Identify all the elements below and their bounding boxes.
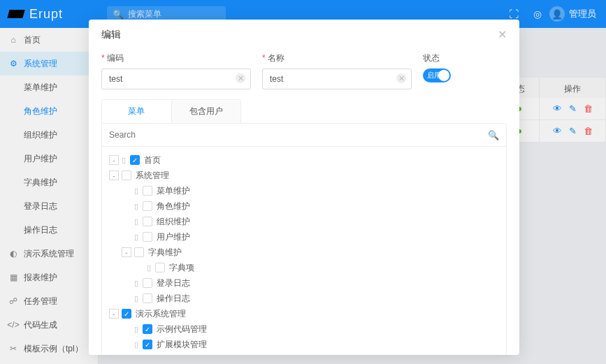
tree-node[interactable]: -▯首页 <box>106 152 502 168</box>
modal-title: 编辑 <box>101 29 121 41</box>
tree-search: 🔍 <box>101 123 507 147</box>
checkbox[interactable] <box>143 340 152 349</box>
file-icon: ▯ <box>134 217 138 226</box>
close-icon[interactable]: ✕ <box>498 28 507 41</box>
tree-node[interactable]: ▯用户维护 <box>106 229 502 245</box>
checkbox[interactable] <box>155 263 165 272</box>
tree-node[interactable]: -字典维护 <box>106 245 502 260</box>
collapse-icon[interactable]: - <box>109 170 119 180</box>
file-icon: ▯ <box>134 294 138 303</box>
tree-node[interactable]: ▯角色维护 <box>106 198 502 214</box>
name-label: 名称 <box>262 52 412 64</box>
tree-node-label: 扩展模块管理 <box>157 339 207 351</box>
status-label: 状态 <box>423 52 507 64</box>
collapse-icon[interactable]: - <box>109 155 119 165</box>
checkbox[interactable] <box>143 278 152 288</box>
file-icon: ▯ <box>134 279 138 288</box>
tree-node-label: 演示系统管理 <box>136 308 186 320</box>
tree-node[interactable]: ▯字典项 <box>106 260 502 275</box>
clear-name-icon[interactable]: ✕ <box>396 73 406 83</box>
tree-node[interactable]: ▯组织维护 <box>106 214 502 229</box>
collapse-icon[interactable]: - <box>109 309 119 319</box>
modal-tabs: 菜单 包含用户 <box>101 99 241 123</box>
checkbox[interactable] <box>143 186 152 196</box>
file-icon: ▯ <box>134 202 138 211</box>
tree-node[interactable]: ▯扩展模块管理 <box>106 337 502 352</box>
file-icon: ▯ <box>134 187 138 196</box>
tree-node[interactable]: -演示系统管理 <box>106 306 502 321</box>
clear-code-icon[interactable]: ✕ <box>236 73 245 83</box>
file-icon: ▯ <box>134 325 138 334</box>
tree-node-label: 字典项 <box>169 262 194 274</box>
tree-node-label: 操作日志 <box>157 293 190 305</box>
checkbox[interactable] <box>143 232 152 242</box>
name-input[interactable] <box>262 68 412 89</box>
tab-users[interactable]: 包含用户 <box>171 100 241 123</box>
edit-modal: 编辑 ✕ 编码 ✕ 名称 ✕ 状态 启用 <box>89 20 519 355</box>
checkbox[interactable] <box>143 293 152 303</box>
search-icon[interactable]: 🔍 <box>488 130 499 140</box>
code-input[interactable] <box>101 68 251 89</box>
checkbox[interactable] <box>143 217 152 226</box>
checkbox[interactable] <box>143 201 152 211</box>
checkbox[interactable] <box>122 170 131 180</box>
file-icon: ▯ <box>122 156 126 165</box>
file-icon: ▯ <box>134 340 138 349</box>
checkbox[interactable] <box>143 324 152 334</box>
tree-search-input[interactable] <box>109 130 488 140</box>
menu-tree: -▯首页-系统管理▯菜单维护▯角色维护▯组织维护▯用户维护-字典维护▯字典项▯登… <box>101 147 507 355</box>
tab-menu[interactable]: 菜单 <box>102 100 171 123</box>
tree-node-label: 用户维护 <box>157 231 190 243</box>
tree-node-label: 示例代码管理 <box>157 323 207 335</box>
tree-node-label: 首页 <box>144 154 161 166</box>
tree-node[interactable]: ▯登录日志 <box>106 275 502 291</box>
checkbox[interactable] <box>130 155 140 165</box>
tree-node-label: 登录日志 <box>157 277 190 289</box>
collapse-icon[interactable]: - <box>122 247 131 257</box>
tree-node-label: 字典维护 <box>148 247 182 259</box>
file-icon: ▯ <box>147 263 151 272</box>
checkbox[interactable] <box>122 309 131 319</box>
tree-node[interactable]: ▯示例代码管理 <box>106 321 502 337</box>
tree-node-label: 组织维护 <box>157 216 190 228</box>
tree-node[interactable]: -系统管理 <box>106 168 502 183</box>
status-switch[interactable]: 启用 <box>423 68 451 82</box>
file-icon: ▯ <box>134 233 138 242</box>
tree-node[interactable]: ▯操作日志 <box>106 291 502 306</box>
tree-node-label: 系统管理 <box>136 170 169 182</box>
checkbox[interactable] <box>134 247 144 257</box>
code-label: 编码 <box>101 52 251 64</box>
tree-node[interactable]: ▯菜单维护 <box>106 183 502 198</box>
tree-node-label: 菜单维护 <box>157 185 190 197</box>
switch-knob-icon <box>438 70 449 81</box>
tree-node-label: 角色维护 <box>157 201 190 212</box>
